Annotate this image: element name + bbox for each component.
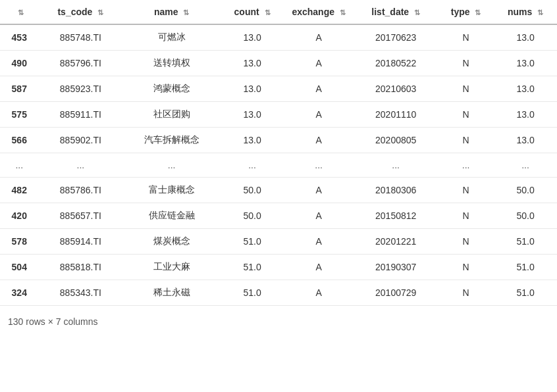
sort-icon-name: ⇅ — [183, 9, 189, 17]
cell-ts_code: 885923.TI — [39, 76, 123, 102]
cell-nums: 13.0 — [494, 24, 557, 51]
cell-list_date: 20170623 — [354, 24, 438, 51]
table-row: 578885914.TI煤炭概念51.0A20201221N51.0 — [0, 229, 557, 255]
sort-icon-exchange: ⇅ — [340, 9, 346, 17]
cell-row-index: 324 — [0, 280, 39, 306]
ellipsis-row: ........................ — [0, 153, 557, 178]
table-container: ⇅ ts_code ⇅ name ⇅ count ⇅ exchange ⇅ — [0, 0, 557, 392]
cell-row-index: 566 — [0, 128, 39, 153]
cell-ts_code: 885914.TI — [39, 229, 123, 255]
table-body: 453885748.TI可燃冰13.0A20170623N13.04908857… — [0, 24, 557, 306]
cell-exchange: A — [284, 178, 354, 203]
table-row: 490885796.TI送转填权13.0A20180522N13.0 — [0, 51, 557, 76]
cell-list_date: 20201110 — [354, 102, 438, 128]
cell-name: 煤炭概念 — [122, 229, 221, 255]
cell-ts_code: 885786.TI — [39, 178, 123, 203]
cell-exchange: A — [284, 76, 354, 102]
cell-row-index: 453 — [0, 24, 39, 51]
sort-icon-list-date: ⇅ — [414, 9, 420, 17]
table-row: 566885902.TI汽车拆解概念13.0A20200805N13.0 — [0, 128, 557, 153]
cell-list_date: 20150812 — [354, 203, 438, 229]
cell-exchange: A — [284, 203, 354, 229]
cell-ts_code: 885818.TI — [39, 255, 123, 280]
sort-icon-ts-code: ⇅ — [97, 9, 103, 17]
cell-name: 工业大麻 — [122, 255, 221, 280]
table-row: 324885343.TI稀土永磁51.0A20100729N51.0 — [0, 280, 557, 306]
col-header-ts-code[interactable]: ts_code ⇅ — [39, 0, 123, 24]
col-header-index[interactable]: ⇅ — [0, 0, 39, 24]
cell-type: N — [438, 51, 494, 76]
cell-list_date: 20200805 — [354, 128, 438, 153]
col-header-count[interactable]: count ⇅ — [221, 0, 284, 24]
table-header-row: ⇅ ts_code ⇅ name ⇅ count ⇅ exchange ⇅ — [0, 0, 557, 24]
table-row: 420885657.TI供应链金融50.0A20150812N50.0 — [0, 203, 557, 229]
cell-nums: 51.0 — [494, 255, 557, 280]
cell-row-index: 490 — [0, 51, 39, 76]
cell-row-index: 578 — [0, 229, 39, 255]
cell-name: 富士康概念 — [122, 178, 221, 203]
cell-ts_code: 885343.TI — [39, 280, 123, 306]
cell-nums: 13.0 — [494, 128, 557, 153]
cell-count: 13.0 — [221, 51, 284, 76]
cell-list_date: 20180306 — [354, 178, 438, 203]
cell-exchange: A — [284, 24, 354, 51]
sort-icon-index: ⇅ — [18, 9, 24, 17]
col-header-exchange[interactable]: exchange ⇅ — [284, 0, 354, 24]
cell-name: 汽车拆解概念 — [122, 128, 221, 153]
cell-count: 50.0 — [221, 178, 284, 203]
cell-type: N — [438, 102, 494, 128]
table-row: 453885748.TI可燃冰13.0A20170623N13.0 — [0, 24, 557, 51]
cell-ts_code: 885657.TI — [39, 203, 123, 229]
cell-name: 鸿蒙概念 — [122, 76, 221, 102]
cell-row-index: 504 — [0, 255, 39, 280]
cell-exchange: A — [284, 102, 354, 128]
col-header-nums[interactable]: nums ⇅ — [494, 0, 557, 24]
table-row: 504885818.TI工业大麻51.0A20190307N51.0 — [0, 255, 557, 280]
cell-exchange: A — [284, 280, 354, 306]
cell-list_date: 20201221 — [354, 229, 438, 255]
cell-ts_code: 885796.TI — [39, 51, 123, 76]
cell-nums: 13.0 — [494, 51, 557, 76]
sort-icon-nums: ⇅ — [537, 9, 543, 17]
cell-count: 13.0 — [221, 24, 284, 51]
cell-type: N — [438, 280, 494, 306]
col-header-list-date[interactable]: list_date ⇅ — [354, 0, 438, 24]
cell-name: 社区团购 — [122, 102, 221, 128]
table-row: 587885923.TI鸿蒙概念13.0A20210603N13.0 — [0, 76, 557, 102]
cell-count: 50.0 — [221, 203, 284, 229]
cell-count: 51.0 — [221, 280, 284, 306]
cell-count: 51.0 — [221, 255, 284, 280]
cell-name: 送转填权 — [122, 51, 221, 76]
cell-type: N — [438, 255, 494, 280]
cell-count: 13.0 — [221, 102, 284, 128]
cell-type: N — [438, 229, 494, 255]
cell-type: N — [438, 24, 494, 51]
cell-row-index: 482 — [0, 178, 39, 203]
cell-row-index: 420 — [0, 203, 39, 229]
cell-name: 供应链金融 — [122, 203, 221, 229]
cell-type: N — [438, 76, 494, 102]
sort-icon-type: ⇅ — [475, 9, 481, 17]
cell-ts_code: 885911.TI — [39, 102, 123, 128]
cell-nums: 51.0 — [494, 229, 557, 255]
sort-icon-count: ⇅ — [265, 9, 271, 17]
cell-exchange: A — [284, 128, 354, 153]
cell-type: N — [438, 203, 494, 229]
cell-nums: 50.0 — [494, 178, 557, 203]
cell-list_date: 20100729 — [354, 280, 438, 306]
cell-count: 13.0 — [221, 128, 284, 153]
cell-exchange: A — [284, 229, 354, 255]
cell-name: 稀土永磁 — [122, 280, 221, 306]
cell-type: N — [438, 128, 494, 153]
cell-list_date: 20190307 — [354, 255, 438, 280]
cell-ts_code: 885748.TI — [39, 24, 123, 51]
col-header-name[interactable]: name ⇅ — [122, 0, 221, 24]
table-row: 482885786.TI富士康概念50.0A20180306N50.0 — [0, 178, 557, 203]
table-row: 575885911.TI社区团购13.0A20201110N13.0 — [0, 102, 557, 128]
cell-nums: 51.0 — [494, 280, 557, 306]
table-footer: 130 rows × 7 columns — [0, 306, 557, 332]
cell-nums: 13.0 — [494, 102, 557, 128]
cell-row-index: 575 — [0, 102, 39, 128]
data-table: ⇅ ts_code ⇅ name ⇅ count ⇅ exchange ⇅ — [0, 0, 557, 306]
col-header-type[interactable]: type ⇅ — [438, 0, 494, 24]
